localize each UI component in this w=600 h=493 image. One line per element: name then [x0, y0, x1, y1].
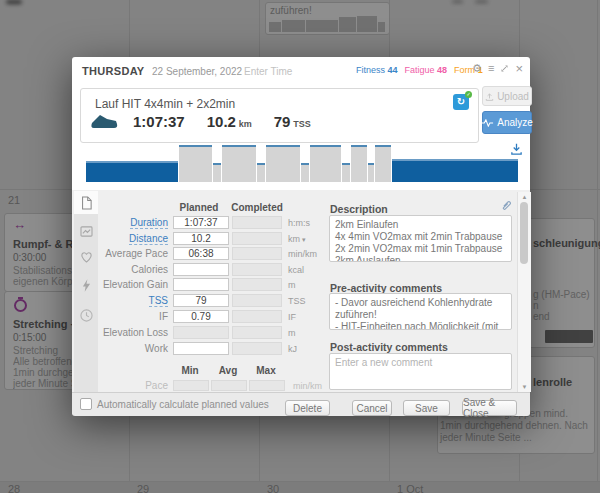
form-row-tss: TSS TSS: [102, 293, 306, 308]
distance-completed-input[interactable]: [232, 232, 282, 245]
weekday-label: THURSDAY: [82, 65, 145, 77]
enter-time-field[interactable]: Enter Time: [244, 66, 292, 77]
elevation-loss-completed-input[interactable]: [232, 326, 282, 339]
tss-link[interactable]: TSS: [102, 295, 173, 306]
unit-label: m: [288, 280, 296, 290]
completed-column-header: Completed: [230, 202, 284, 213]
pmc-metrics: Fitness 44 Fatigue 48 Form 1: [356, 65, 483, 75]
unit-label: h:m:s: [288, 218, 310, 228]
heart-icon: [80, 251, 93, 263]
chart-icon: [80, 226, 93, 237]
document-icon: [80, 196, 92, 210]
workout-detail-modal: THURSDAY 22 September, 2022 Enter Time F…: [72, 57, 530, 415]
workout-summary-card: Lauf HIT 4x4min + 2x2min ↻✓ 1:07:37 10.2…: [80, 88, 479, 143]
save-close-button[interactable]: Save & Close: [462, 400, 517, 416]
pace-avg-input[interactable]: [211, 380, 247, 391]
tab-chart[interactable]: [74, 226, 98, 237]
field-label: Pace: [102, 380, 173, 391]
calories-planned-input[interactable]: [173, 263, 229, 276]
form-row-calories: Calories kcal: [102, 262, 304, 277]
auto-calc-checkbox[interactable]: [80, 398, 92, 410]
tab-power[interactable]: [74, 279, 98, 292]
modal-footer: Automatically calculate planned values D…: [72, 392, 530, 416]
scrollbar-thumb[interactable]: [520, 202, 528, 264]
elevation-loss-planned-input[interactable]: [173, 326, 229, 339]
max-header: Max: [248, 365, 284, 376]
menu-icon[interactable]: ≡: [488, 62, 494, 74]
fatigue-metric: Fatigue 48: [405, 65, 448, 75]
pulse-icon: [481, 119, 494, 127]
min-header: Min: [172, 365, 208, 376]
duration-link[interactable]: Duration: [102, 217, 173, 228]
unit-label: TSS: [288, 296, 306, 306]
save-button[interactable]: Save: [403, 400, 450, 416]
form-row-elevation-gain: Elevation Gain m: [102, 277, 296, 292]
scrollbar[interactable]: ▲ ▼: [517, 192, 531, 392]
pace-max-input[interactable]: [249, 380, 285, 391]
form-row-work: Work kJ: [102, 341, 297, 356]
duration-stat: 1:07:37: [133, 113, 185, 130]
fitness-metric: Fitness 44: [356, 65, 398, 75]
chevron-down-icon: ▾: [302, 236, 306, 243]
planned-column-header: Planned: [168, 202, 230, 213]
unit-label: min/km: [293, 381, 322, 391]
distance-link[interactable]: Distance: [102, 233, 173, 244]
sync-app-icon[interactable]: ↻✓: [453, 94, 469, 110]
if-completed-input[interactable]: [232, 310, 282, 323]
delete-button[interactable]: Delete: [285, 400, 330, 416]
distance-stat: 10.2 km: [207, 113, 252, 130]
description-title: Description: [330, 203, 388, 215]
unit-dropdown[interactable]: km▾: [288, 234, 306, 244]
form-row-if: IF IF: [102, 309, 296, 324]
cancel-button[interactable]: Cancel: [352, 400, 392, 416]
close-icon[interactable]: ×: [515, 63, 523, 74]
scroll-up-icon[interactable]: ▲: [518, 194, 531, 200]
duration-completed-input[interactable]: [232, 216, 282, 229]
form-row-pace-minmax: Pace min/km: [102, 378, 322, 393]
average-pace-completed-input[interactable]: [232, 247, 282, 260]
field-label: Average Pace: [102, 248, 173, 259]
post-activity-title: Post-activity comments: [330, 341, 448, 353]
calories-completed-input[interactable]: [232, 263, 282, 276]
pace-min-input[interactable]: [173, 380, 209, 391]
settings-gear-icon[interactable]: ⚙: [472, 62, 482, 74]
field-label: Elevation Gain: [102, 279, 173, 290]
post-activity-input[interactable]: [329, 353, 512, 390]
auto-calc-label: Automatically calculate planned values: [97, 399, 269, 410]
unit-label: IF: [288, 312, 296, 322]
unit-label: kcal: [288, 265, 304, 275]
running-shoe-icon: [90, 114, 118, 131]
tss-completed-input[interactable]: [232, 294, 282, 307]
paperclip-icon[interactable]: [500, 200, 512, 213]
analyze-button[interactable]: Analyze: [482, 111, 532, 134]
field-label: Work: [102, 343, 173, 354]
if-planned-input[interactable]: [173, 310, 229, 323]
form-row-distance: Distance km▾: [102, 231, 306, 246]
work-completed-input[interactable]: [232, 342, 282, 355]
field-label: Calories: [102, 264, 173, 275]
tab-details[interactable]: [74, 191, 98, 214]
tab-time[interactable]: [74, 309, 98, 322]
description-box[interactable]: 2km Einlaufen 4x 4min VO2max mit 2min Tr…: [329, 215, 512, 262]
average-pace-planned-input[interactable]: [173, 247, 229, 260]
workout-title[interactable]: Lauf HIT 4x4min + 2x2min: [95, 97, 235, 111]
tab-heart-rate[interactable]: [74, 251, 98, 263]
clock-icon: [80, 309, 93, 322]
tss-planned-input[interactable]: [173, 294, 229, 307]
upload-button[interactable]: Upload: [482, 86, 532, 106]
unit-label: min/km: [288, 249, 317, 259]
work-planned-input[interactable]: [173, 342, 229, 355]
elevation-gain-completed-input[interactable]: [232, 278, 282, 291]
pre-activity-box[interactable]: - Davor ausreichend Kohlenhydrate zuführ…: [329, 293, 512, 330]
field-label: IF: [102, 311, 173, 322]
scroll-down-icon[interactable]: ▼: [518, 384, 531, 390]
app-screen: 21 28 29 30 1 Oct zuführen! ↔ Rumpf- & R…: [0, 0, 600, 493]
form-row-average-pace: Average Pace min/km: [102, 246, 317, 261]
duration-planned-input[interactable]: [173, 216, 229, 229]
elevation-gain-planned-input[interactable]: [173, 278, 229, 291]
avg-header: Avg: [210, 365, 246, 376]
workout-structure-chart: [86, 145, 519, 182]
unit-label: kJ: [288, 344, 297, 354]
expand-icon[interactable]: [500, 64, 509, 73]
distance-planned-input[interactable]: [173, 232, 229, 245]
